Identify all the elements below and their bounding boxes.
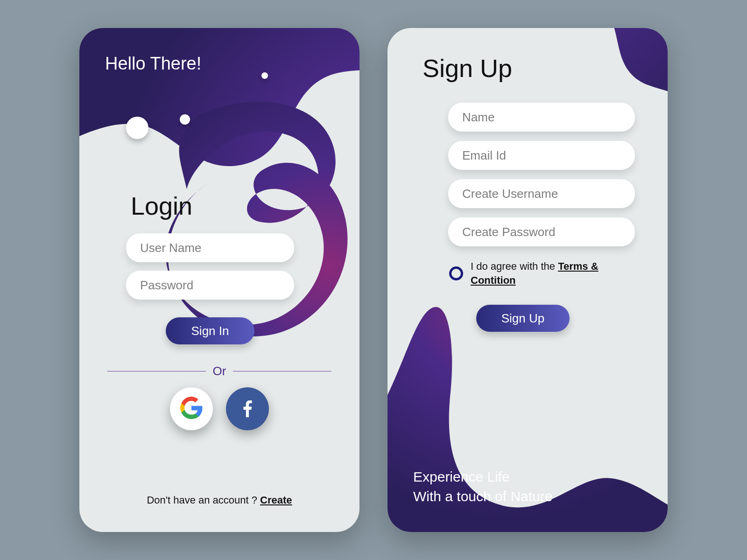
footer-prefix: Don't have an account ? — [147, 494, 260, 506]
signup-form: I do agree with the Terms & Contition Si… — [448, 103, 635, 332]
sign-in-button[interactable]: Sign In — [166, 317, 254, 344]
login-form: Sign In — [126, 233, 294, 344]
tagline-line-1: Experience Life — [413, 467, 552, 487]
facebook-icon — [236, 397, 259, 421]
decorative-dot — [180, 114, 190, 125]
social-buttons — [79, 387, 359, 430]
google-icon — [180, 396, 203, 421]
sign-up-button[interactable]: Sign Up — [476, 305, 570, 332]
create-account-link[interactable]: Create — [260, 494, 292, 506]
or-label: Or — [213, 364, 226, 378]
or-divider: Or — [107, 364, 331, 378]
login-footer: Don't have an account ? Create — [79, 494, 359, 506]
google-login-button[interactable] — [170, 387, 213, 430]
email-input[interactable] — [448, 141, 635, 170]
decorative-dot — [261, 72, 268, 79]
divider-line — [107, 371, 206, 371]
facebook-login-button[interactable] — [226, 387, 269, 430]
name-input[interactable] — [448, 103, 635, 132]
login-title: Login — [131, 191, 192, 220]
create-username-input[interactable] — [448, 179, 635, 208]
terms-agree-row: I do agree with the Terms & Contition — [448, 259, 635, 287]
agree-radio[interactable] — [449, 266, 463, 280]
tagline-line-2: With a touch of Nature — [413, 487, 552, 506]
password-input[interactable] — [126, 271, 294, 300]
create-password-input[interactable] — [448, 217, 635, 246]
username-input[interactable] — [126, 233, 294, 262]
signup-card: Sign Up I do agree with the Terms & Cont… — [388, 28, 668, 532]
agree-text: I do agree with the Terms & Contition — [471, 259, 635, 287]
divider-line — [233, 371, 331, 371]
signup-title: Sign Up — [423, 54, 512, 83]
tagline: Experience Life With a touch of Nature — [413, 467, 552, 506]
greeting-text: Hello There! — [105, 54, 201, 74]
decorative-dot — [126, 117, 148, 139]
agree-prefix: I do agree with the — [471, 260, 558, 272]
login-card: Hello There! Login Sign In Or — [79, 28, 359, 532]
